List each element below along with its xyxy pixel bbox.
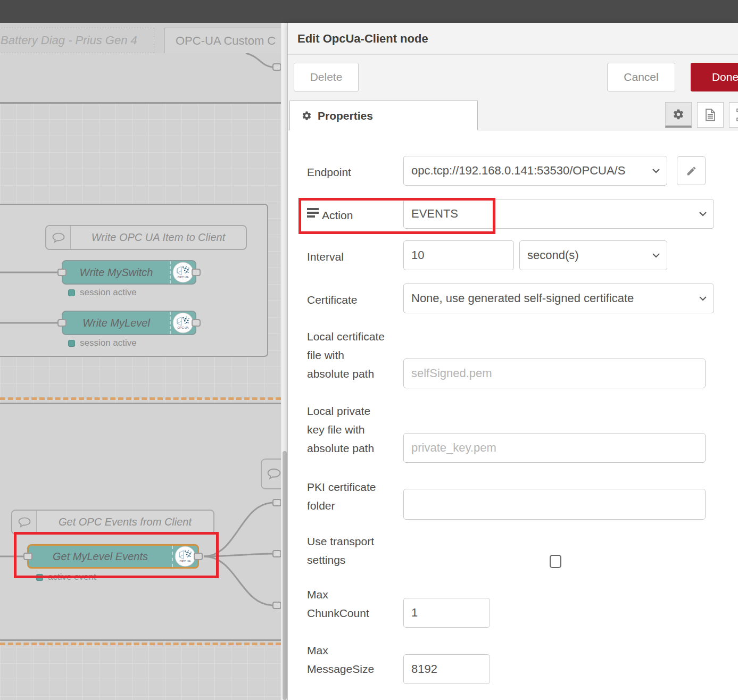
gear-icon <box>673 109 684 120</box>
appearance-view-button[interactable] <box>729 102 738 128</box>
opcua-badge-label: OPC UA <box>177 326 188 329</box>
edit-tray: Edit OpcUa-Client node Delete Cancel Don… <box>287 23 738 700</box>
node-port[interactable] <box>272 499 281 506</box>
tab-opcua-custom-label: OPC-UA Custom C <box>176 34 276 48</box>
node-port[interactable] <box>192 319 201 327</box>
interval-unit-select[interactable]: second(s) <box>519 240 667 270</box>
pencil-icon <box>686 165 697 177</box>
chevron-down-icon <box>652 253 660 258</box>
node-port[interactable] <box>272 63 281 71</box>
gear-icon <box>302 111 312 121</box>
app-header-bar <box>0 0 738 23</box>
status-text: session active <box>80 287 137 298</box>
selected-group-dashed-border-top <box>0 397 281 400</box>
upper-group-region <box>0 53 281 104</box>
local-cert-label: Local certificate file with absolute pat… <box>307 327 385 383</box>
private-key-input[interactable] <box>403 433 706 463</box>
node-port[interactable] <box>272 550 281 557</box>
workspace-tabbar: Battery Diag - Prius Gen 4 OPC-UA Custom… <box>0 23 281 53</box>
status-dot-icon <box>68 340 75 347</box>
node-label: Write MySwitch <box>63 261 170 284</box>
endpoint-label: Endpoint <box>307 163 351 181</box>
node-status: session active <box>68 338 137 348</box>
properties-view-button[interactable] <box>665 102 692 128</box>
comment-bubble-icon <box>12 511 37 534</box>
description-view-button[interactable] <box>697 102 724 128</box>
node-port[interactable] <box>272 602 281 609</box>
selected-group-dashed-border-bottom <box>0 643 281 645</box>
chunk-input[interactable] <box>403 598 490 628</box>
comment-node-events[interactable]: Get OPC Events from Client <box>11 510 214 535</box>
node-port[interactable] <box>57 269 67 276</box>
transport-label: Use transport settings <box>307 532 374 569</box>
tab-properties-label: Properties <box>318 110 373 122</box>
chevron-down-icon <box>699 211 707 216</box>
tray-toolbar: Delete Cancel Done <box>288 55 738 97</box>
workspace-grid[interactable]: Write OPC UA Item to Client Write MySwit… <box>0 53 281 700</box>
tray-title: Edit OpcUa-Client node <box>297 32 428 46</box>
tab-battery-diag-label: Battery Diag - Prius Gen 4 <box>1 34 137 47</box>
comment-label: Get OPC Events from Client <box>37 511 213 534</box>
node-appearance-icon <box>736 108 738 122</box>
node-write-myswitch[interactable]: Write MySwitch OPC UA <box>62 260 196 285</box>
endpoint-value: opc.tcp://192.168.0.141:53530/OPCUA/S <box>411 164 625 178</box>
interval-input[interactable] <box>403 240 514 270</box>
comment-bubble-icon <box>46 226 71 249</box>
transport-checkbox[interactable] <box>550 555 561 568</box>
edit-endpoint-button[interactable] <box>677 156 706 185</box>
msgsize-input[interactable] <box>403 654 490 684</box>
status-dot-icon <box>68 289 75 296</box>
annotation-box-action <box>298 198 495 234</box>
status-text: session active <box>80 338 137 348</box>
cancel-button[interactable]: Cancel <box>607 63 675 91</box>
tray-tabrow: Properties <box>288 97 738 130</box>
node-status: session active <box>68 287 137 298</box>
msgsize-label: Max MessageSize <box>307 641 374 678</box>
interval-unit-value: second(s) <box>527 248 579 262</box>
chunk-label: Max ChunkCount <box>307 585 369 622</box>
done-button[interactable]: Done <box>691 63 738 91</box>
annotation-box-node <box>14 532 219 578</box>
tray-scrollbar[interactable] <box>281 23 287 700</box>
tab-properties[interactable]: Properties <box>289 101 478 130</box>
private-key-label: Local private key file with absolute pat… <box>307 402 374 457</box>
node-write-mylevel[interactable]: Write MyLevel OPC UA <box>62 311 196 335</box>
tray-header: Edit OpcUa-Client node <box>288 23 738 55</box>
node-label: Write MyLevel <box>63 312 170 334</box>
endpoint-select[interactable]: opc.tcp://192.168.0.141:53530/OPCUA/S <box>403 156 667 186</box>
flow-canvas[interactable]: Battery Diag - Prius Gen 4 OPC-UA Custom… <box>0 23 281 700</box>
local-cert-input[interactable] <box>403 359 706 388</box>
certificate-label: Certificate <box>307 290 358 309</box>
scrollbar-thumb[interactable] <box>283 451 287 700</box>
interval-label: Interval <box>307 247 344 266</box>
node-port[interactable] <box>192 269 201 276</box>
comment-label: Write OPC UA Item to Client <box>71 226 246 249</box>
chevron-down-icon <box>652 168 660 173</box>
delete-button[interactable]: Delete <box>294 63 359 91</box>
comment-node-write[interactable]: Write OPC UA Item to Client <box>45 225 247 250</box>
pki-input[interactable] <box>403 489 706 520</box>
opcua-badge-label: OPC UA <box>177 276 188 279</box>
chevron-down-icon <box>699 296 707 301</box>
comment-bubble-icon <box>262 460 281 488</box>
certificate-select[interactable]: None, use generated self-signed certific… <box>403 284 714 313</box>
document-icon <box>704 109 716 121</box>
tab-battery-diag[interactable]: Battery Diag - Prius Gen 4 <box>0 28 154 53</box>
node-port[interactable] <box>57 319 67 327</box>
pki-label: PKI certificate folder <box>307 478 376 515</box>
comment-node-partial[interactable] <box>261 459 281 489</box>
tab-opcua-custom[interactable]: OPC-UA Custom C <box>164 28 281 53</box>
certificate-value: None, use generated self-signed certific… <box>411 291 634 305</box>
